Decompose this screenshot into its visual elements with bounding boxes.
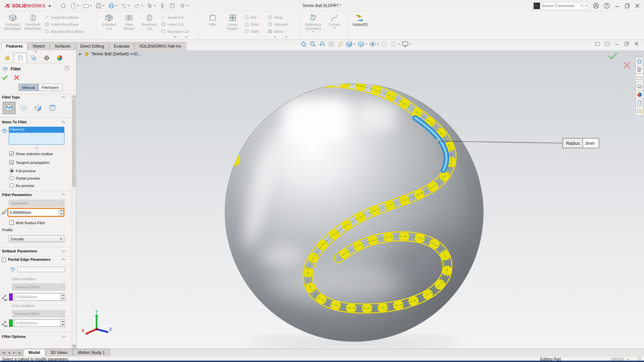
boundary-boss-base-button[interactable]: Boundary Boss/Base [43, 28, 93, 35]
multi-radius-checkbox[interactable] [9, 221, 14, 225]
view-settings-button[interactable] [401, 41, 412, 48]
doc-minimize-button[interactable] [614, 41, 620, 47]
display-style-button[interactable] [357, 41, 367, 48]
search-commands-box[interactable]: >_ [533, 2, 589, 10]
linear-pattern-button[interactable]: Linear Pattern [223, 12, 243, 31]
print-button[interactable] [107, 1, 119, 10]
collapse-pane-left-icon[interactable] [595, 41, 600, 47]
scrollbar-thumb[interactable] [72, 100, 75, 187]
end-condition-dropdown[interactable]: Distance Offset [12, 310, 65, 317]
pack-and-go-button[interactable] [158, 1, 167, 10]
tangent-propagation-checkbox[interactable] [9, 160, 14, 165]
view-palette-button[interactable] [635, 82, 644, 90]
tab-featuremanager-tree[interactable] [1, 53, 14, 63]
previous-view-button[interactable] [318, 41, 326, 48]
tab-surfaces[interactable]: Surfaces [50, 42, 75, 50]
next-tab-button[interactable]: ▶ [12, 350, 17, 356]
flyout-caret[interactable] [285, 37, 287, 38]
tab-display-manager[interactable] [53, 53, 66, 63]
doc-restore-button[interactable] [624, 41, 630, 47]
tab-sketch[interactable]: Sketch [28, 42, 50, 50]
design-library-button[interactable] [635, 65, 644, 74]
options-button[interactable] [178, 1, 190, 10]
constant-size-fillet-button[interactable] [3, 102, 15, 114]
home-button[interactable] [58, 1, 68, 10]
feature-tree-flyout[interactable]: ▶ Tennis Ball (Default) <<D... [79, 51, 141, 57]
tab-3d-views[interactable]: 3D Views [46, 349, 72, 356]
search-dropdown-caret[interactable] [585, 5, 587, 6]
section-view-button[interactable] [327, 41, 335, 48]
fillet-parameters-header[interactable]: Fillet Parameters [2, 193, 32, 197]
partial-edge-checkbox[interactable] [2, 258, 6, 262]
show-selection-toolbar-checkbox[interactable] [9, 152, 14, 156]
multi-radius-row[interactable]: Multi Radius Fillet [9, 221, 45, 225]
view-orientation-button[interactable] [345, 41, 356, 48]
logo-flyout-arrow[interactable]: ▶ [49, 4, 51, 7]
chevron-up-icon[interactable] [62, 96, 65, 100]
tab-motion-study-1[interactable]: Motion Study 1 [73, 349, 110, 356]
selected-face-item[interactable]: Face<1> [9, 127, 64, 133]
revolved-boss-base-button[interactable]: Revolved Boss/Base [23, 12, 43, 31]
start-condition-dropdown[interactable]: Distance Offset [12, 284, 65, 290]
zoom-to-fit-button[interactable] [300, 41, 308, 48]
last-tab-button[interactable]: ▶| [17, 350, 22, 356]
hide-show-items-button[interactable] [369, 41, 379, 48]
cancel-button[interactable] [13, 74, 20, 81]
fillet-type-header[interactable]: Fillet Type [2, 95, 20, 99]
callout-value-field[interactable]: 3mm [583, 138, 599, 148]
items-to-fillet-header[interactable]: Items To Fillet [2, 120, 26, 124]
tennis-ball-3d-view[interactable] [76, 50, 644, 349]
reference-geometry-button[interactable]: Reference Geometry [302, 12, 324, 33]
tree-expand-arrow[interactable]: ▶ [79, 52, 82, 56]
panel-scrollbar[interactable] [72, 95, 76, 349]
edit-appearance-button[interactable] [381, 41, 388, 48]
no-preview-row[interactable]: No preview [9, 183, 34, 188]
rib-button[interactable]: Rib [243, 14, 266, 21]
full-round-fillet-button[interactable] [46, 102, 59, 114]
chevron-up-icon[interactable] [62, 194, 65, 197]
swept-cut-button[interactable]: Swept Cut [159, 14, 197, 21]
tab-scroll-buttons[interactable]: |◀ ◀ ▶ ▶| [1, 350, 23, 356]
tab-features[interactable]: Features [1, 42, 28, 50]
fillet-options-header[interactable]: Fillet Options [2, 335, 25, 339]
confirm-cancel-overlay[interactable] [622, 60, 632, 72]
symmetry-dropdown[interactable]: Symmetric [9, 200, 64, 206]
filletxpert-mode-button[interactable]: FilletXpert [38, 84, 62, 91]
profile-dropdown[interactable]: Circular [9, 235, 64, 242]
confirm-ok-overlay[interactable] [607, 50, 619, 63]
custom-properties-button[interactable] [635, 99, 644, 107]
flyout-caret[interactable] [274, 37, 276, 38]
undo-button[interactable] [119, 1, 131, 10]
shell-button[interactable]: Shell [243, 28, 266, 35]
full-preview-radio[interactable] [9, 169, 14, 173]
tab-dimxpert[interactable] [40, 53, 53, 63]
panel-help-button[interactable]: ? [64, 66, 69, 71]
apply-scene-button[interactable] [390, 41, 400, 48]
graphics-viewport[interactable]: ▶ Tennis Ball (Default) <<D... Radius: 3… [76, 50, 644, 349]
annotation-views-button[interactable] [336, 41, 344, 48]
curves-button[interactable]: Curves [324, 12, 344, 29]
tab-propertymanager[interactable] [14, 53, 27, 63]
user-account-icon[interactable] [592, 2, 600, 9]
start-offset-field[interactable]: 0.000000mm [14, 293, 65, 301]
flyout-caret[interactable] [174, 37, 176, 38]
boundary-cut-button[interactable]: Boundary Cut [159, 28, 197, 35]
save-button[interactable] [94, 1, 106, 10]
partial-preview-row[interactable]: Partial preview [9, 176, 40, 180]
select-button[interactable] [145, 1, 157, 10]
items-to-fillet-listbox[interactable]: Face<1> [9, 127, 64, 145]
radius-callout[interactable]: Radius: 3mm [562, 138, 599, 148]
file-explorer-button[interactable] [635, 74, 644, 82]
flyout-caret[interactable] [185, 37, 187, 38]
intersect-button[interactable]: Intersect [266, 21, 297, 28]
full-preview-row[interactable]: Full preview [9, 169, 36, 173]
tangent-propagation-row[interactable]: Tangent propagation [9, 160, 49, 165]
part-name[interactable]: Tennis Ball (Default) <<D... [91, 52, 141, 56]
ok-button[interactable] [2, 74, 8, 81]
help-icon[interactable] [603, 2, 610, 9]
wrap-button[interactable]: Wrap [266, 14, 297, 21]
lofted-cut-button[interactable]: Lofted Cut [159, 21, 197, 28]
zoom-to-area-button[interactable] [309, 41, 317, 48]
extruded-boss-base-button[interactable]: Extruded Boss/Base [3, 12, 23, 31]
close-button[interactable] [634, 2, 641, 9]
